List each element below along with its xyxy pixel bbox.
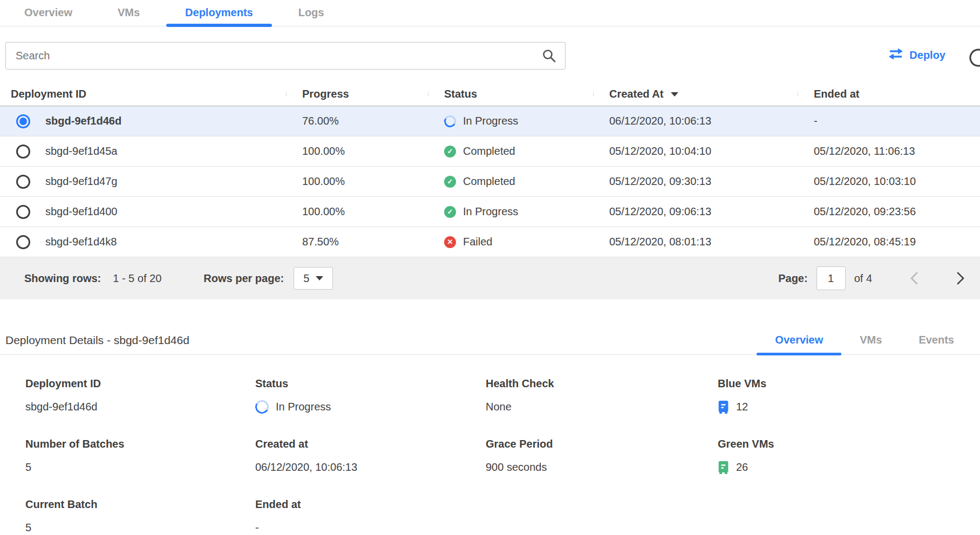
table-row[interactable]: sbgd-9ef1d46d 76.00% In Progress 06/12/2… [0, 106, 980, 136]
search-input[interactable] [6, 50, 542, 62]
pagination: Page: of 4 [778, 266, 965, 290]
deployment-id: sbgd-9ef1d400 [45, 205, 117, 218]
created-at-value: 06/12/2020, 10:06:13 [593, 115, 798, 127]
ended-at-value: 05/12/2020, 08:45:19 [798, 236, 980, 248]
page-number-input[interactable] [816, 266, 846, 290]
vm-server-icon [718, 461, 729, 474]
details-tab-overview[interactable]: Overview [757, 334, 841, 354]
field-green-vms: Green VMs 26 [718, 438, 950, 475]
table-footer: Showing rows: 1 - 5 of 20 Rows per page:… [0, 257, 980, 299]
status-check-icon [444, 146, 456, 157]
deployment-id: sbgd-9ef1d45a [45, 145, 117, 157]
details-tab-vms[interactable]: VMs [841, 334, 900, 354]
details-tabs: Overview VMs Events [757, 334, 972, 354]
toolbar-row: Deploy [0, 26, 980, 83]
search-icon[interactable] [542, 49, 556, 63]
deployments-table: Deployment ID Progress Status Created At… [0, 83, 980, 299]
status-error-icon [444, 236, 456, 248]
showing-rows-value: 1 - 5 of 20 [113, 272, 161, 285]
status-spinner-icon [254, 399, 270, 415]
field-current-batch: Current Batch 5 [25, 498, 255, 535]
created-at-value: 05/12/2020, 09:06:13 [593, 205, 798, 218]
field-status: Status In Progress [255, 378, 486, 414]
field-deployment-id: Deployment ID sbgd-9ef1d46d [25, 378, 255, 414]
field-ended-at: Ended at - [255, 498, 486, 535]
progress-value: 100.00% [286, 175, 428, 188]
created-at-value: 05/12/2020, 10:04:10 [593, 145, 798, 157]
field-blue-vms: Blue VMs 12 [718, 378, 950, 414]
field-health-check: Health Check None [486, 378, 718, 414]
deployment-id: sbgd-9ef1d46d [45, 115, 121, 127]
row-radio[interactable] [16, 205, 30, 219]
status-label: Completed [463, 145, 515, 157]
sort-desc-icon [671, 92, 678, 97]
row-radio[interactable] [16, 175, 30, 189]
field-created-at: Created at 06/12/2020, 10:06:13 [255, 438, 486, 475]
chevron-down-icon [316, 276, 323, 280]
row-radio[interactable] [16, 145, 30, 159]
row-radio-selected[interactable] [16, 114, 30, 128]
ended-at-value: - [798, 115, 980, 127]
progress-value: 100.00% [286, 205, 428, 218]
page-label: Page: [778, 272, 807, 285]
created-at-value: 05/12/2020, 09:30:13 [593, 175, 798, 188]
status-label: In Progress [463, 115, 518, 127]
details-tab-events[interactable]: Events [900, 334, 972, 354]
status-label: Completed [463, 175, 515, 188]
rows-per-page-select[interactable]: 5 [294, 267, 333, 290]
field-number-of-batches: Number of Batches 5 [25, 438, 255, 475]
previous-page-icon[interactable] [910, 271, 918, 285]
status-label: Failed [463, 236, 492, 248]
deployment-id: sbgd-9ef1d47g [45, 175, 117, 188]
column-header-created-at[interactable]: Created At [593, 88, 798, 100]
status-check-icon [444, 176, 456, 188]
tab-vms[interactable]: VMs [99, 0, 159, 26]
spacer [0, 299, 980, 325]
ended-at-value: 05/12/2020, 10:03:10 [798, 175, 980, 188]
status-spinner-icon [443, 114, 458, 128]
tab-logs[interactable]: Logs [280, 0, 343, 26]
table-row[interactable]: sbgd-9ef1d45a 100.00% Completed 05/12/20… [0, 136, 980, 167]
ended-at-value: 05/12/2020, 09:23:56 [798, 205, 980, 218]
row-radio[interactable] [16, 235, 30, 249]
table-row[interactable]: sbgd-9ef1d47g 100.00% Completed 05/12/20… [0, 167, 980, 197]
progress-value: 76.00% [286, 115, 428, 127]
next-page-icon[interactable] [956, 271, 965, 285]
created-at-value: 05/12/2020, 08:01:13 [593, 236, 798, 248]
column-header-deployment-id: Deployment ID [0, 88, 286, 100]
status-label: In Progress [463, 205, 518, 218]
column-header-progress: Progress [286, 88, 428, 100]
progress-value: 87.50% [286, 236, 428, 248]
details-header: Deployment Details - sbgd-9ef1d46d Overv… [0, 325, 980, 355]
search-box [5, 42, 566, 70]
progress-value: 100.00% [286, 145, 428, 157]
deploy-button[interactable]: Deploy [888, 48, 945, 63]
rows-per-page-label: Rows per page: [203, 272, 284, 285]
field-grace-period: Grace Period 900 seconds [486, 438, 718, 475]
swap-arrows-icon [888, 48, 903, 63]
top-tabs: Overview VMs Deployments Logs [0, 0, 980, 26]
column-header-status: Status [428, 88, 593, 100]
status-check-icon [444, 206, 456, 218]
showing-rows-label: Showing rows: [24, 272, 101, 285]
column-header-ended-at: Ended at [798, 88, 980, 100]
table-row[interactable]: sbgd-9ef1d400 100.00% In Progress 05/12/… [0, 197, 980, 227]
deployment-id: sbgd-9ef1d4k8 [45, 236, 117, 248]
deploy-button-label: Deploy [909, 49, 945, 61]
tab-deployments[interactable]: Deployments [166, 0, 272, 26]
refresh-icon[interactable] [968, 47, 980, 68]
vm-server-icon [718, 400, 729, 414]
ended-at-value: 05/12/2020, 11:06:13 [798, 145, 980, 157]
page-total: of 4 [854, 272, 872, 285]
rows-per-page-value: 5 [303, 272, 309, 285]
table-row[interactable]: sbgd-9ef1d4k8 87.50% Failed 05/12/2020, … [0, 227, 980, 257]
table-header: Deployment ID Progress Status Created At… [0, 83, 980, 106]
tab-overview[interactable]: Overview [5, 0, 91, 26]
details-title: Deployment Details - sbgd-9ef1d46d [5, 334, 189, 347]
details-grid: Deployment ID sbgd-9ef1d46d Status In Pr… [25, 378, 980, 535]
